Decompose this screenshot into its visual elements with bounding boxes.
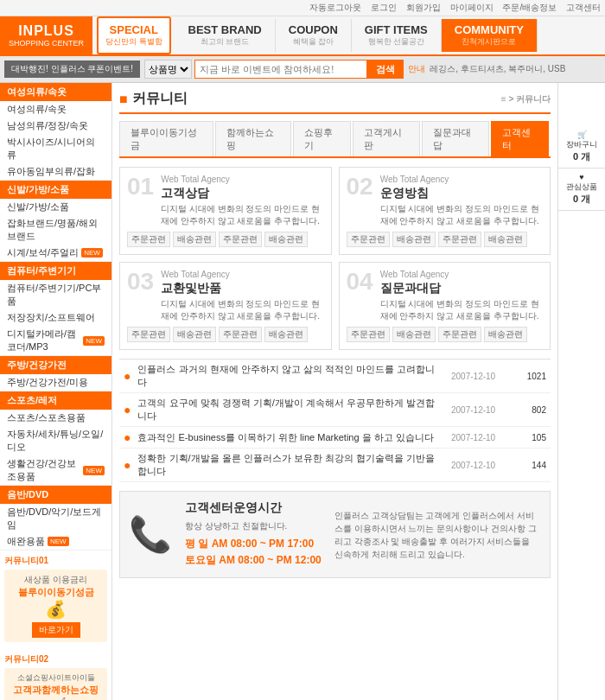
logo-sub: SHOPPING CENTER bbox=[9, 39, 84, 48]
service-link-3-0[interactable]: 주문관련 bbox=[347, 327, 390, 342]
cs-box: 📞 고객센터운영시간 항상 상냥하고 친절합니다. 평 일 AM 08:00 ~… bbox=[119, 491, 551, 578]
nav-gift[interactable]: GIFT ITEMS 행복한 선물공간 bbox=[352, 19, 442, 52]
service-link-3-2[interactable]: 주문관련 bbox=[438, 327, 481, 342]
sidebar-item-0-2[interactable]: 박시사이즈/시니어의류 bbox=[0, 134, 111, 163]
cart-count: 0 개 bbox=[561, 150, 602, 163]
sidebar-item-2-1[interactable]: 저장장치/소프트웨어 bbox=[0, 309, 111, 326]
board-title-1[interactable]: 고객의 요구에 맞춰 경쟁력 기획/개발이 계속해서 우공무한하게 발견합니다 bbox=[137, 397, 443, 423]
service-link-3-3[interactable]: 배송관련 bbox=[484, 327, 527, 342]
nav-best-brand[interactable]: BEST BRAND 최고의 브랜드 bbox=[175, 19, 276, 52]
service-link-0-0[interactable]: 주문관련 bbox=[127, 232, 170, 247]
sidebar-item-4-2[interactable]: 생활건강/건강보조용품NEW bbox=[0, 455, 111, 485]
nav-coupon-label: COUPON bbox=[289, 23, 338, 36]
tab-shopping[interactable]: 함께하는쇼핑 bbox=[215, 121, 291, 156]
sidebar-item-2-0[interactable]: 컴퓨터/주변기기/PC부품 bbox=[0, 280, 111, 309]
service-link-2-0[interactable]: 주문관련 bbox=[127, 327, 170, 342]
service-link-3-1[interactable]: 배송관련 bbox=[392, 327, 436, 342]
service-subtitle-2: Web Total Agency bbox=[161, 270, 323, 279]
tab-blueimidong[interactable]: 블루이이동기성금 bbox=[119, 121, 213, 156]
board-title-0[interactable]: 인플러스 과거의 현재에 안주하지 않고 삶의 적적인 마인드를 고려합니다 bbox=[137, 363, 443, 389]
left-sidebar: 여성의류/속옷 여성의류/속옷 남성의류/정장/속옷 박시사이즈/시니어의류 유… bbox=[0, 83, 112, 700]
sidebar-banner-1: 커뮤니티01 새상품 이용금리 블루이이동기성금 💰 바로가기 bbox=[0, 550, 111, 649]
service-link-1-3[interactable]: 배송관련 bbox=[484, 232, 527, 247]
sidebar-item-0-3[interactable]: 유아동임부의류/잡화 bbox=[0, 163, 111, 180]
nav-community[interactable]: COMMUNITY 친척게시판으로 bbox=[442, 19, 538, 52]
service-desc-0: 디지털 시대에 변화의 정도의 마인드로 현재에 안주하지 않고 새로움을 추구… bbox=[161, 203, 323, 227]
cs-link[interactable]: 고객센터 bbox=[566, 3, 601, 12]
service-link-2-1[interactable]: 배송관련 bbox=[173, 327, 216, 342]
cs-subtitle: 항상 상냥하고 친절합니다. bbox=[185, 520, 322, 532]
sidebar-item-0-1[interactable]: 남성의류/정장/속옷 bbox=[0, 118, 111, 134]
service-link-1-1[interactable]: 배송관련 bbox=[392, 232, 436, 247]
wishlist-count: 0 개 bbox=[561, 193, 602, 206]
board-row-0: ● 인플러스 과거의 현재에 안주하지 않고 삶의 적적인 마인드를 고려합니다… bbox=[119, 360, 551, 393]
sidebar-title-sports: 스포츠/레저 bbox=[0, 391, 111, 410]
service-num-3: 04 bbox=[347, 270, 373, 294]
tab-board[interactable]: 고객게시판 bbox=[353, 121, 420, 156]
nav-community-label: COMMUNITY bbox=[455, 23, 524, 36]
service-num-1: 02 bbox=[347, 175, 373, 199]
nav-community-sub: 친척게시판으로 bbox=[455, 36, 524, 48]
top-bar: 자동로그아웃 로그인 회원가입 마이페이지 주문/배송정보 고객센터 bbox=[0, 0, 605, 16]
search-button[interactable]: 검색 bbox=[367, 60, 404, 79]
sidebar-item-5-0[interactable]: 음반/DVD/악기/보드게임 bbox=[0, 504, 111, 533]
service-link-0-1[interactable]: 배송관련 bbox=[173, 232, 216, 247]
search-input[interactable] bbox=[194, 60, 367, 79]
sidebar-item-1-1[interactable]: 잡화브랜드/명품/해외브랜드 bbox=[0, 215, 111, 245]
cs-time-0: AM 08:00 ~ PM 17:00 bbox=[212, 538, 314, 550]
nav-coupon-sub: 혜택을 잡아 bbox=[289, 36, 338, 48]
service-link-2-2[interactable]: 주문관련 bbox=[219, 327, 262, 342]
cart-btn[interactable]: 🛒 장바구니 0 개 bbox=[558, 126, 605, 169]
auto-logout-link[interactable]: 자동로그아웃 bbox=[309, 3, 361, 12]
service-links-1: 주문관련 배송관련 주문관련 배송관련 bbox=[347, 232, 544, 247]
main-nav: BEST BRAND 최고의 브랜드 COUPON 혜택을 잡아 GIFT IT… bbox=[175, 16, 605, 54]
tab-faq[interactable]: 질문과대답 bbox=[422, 121, 489, 156]
sidebar-item-1-0[interactable]: 신발/가방/소품 bbox=[0, 199, 111, 215]
service-desc-2: 디지털 시대에 변화의 정도의 마인드로 현재에 안주하지 않고 새로움을 추구… bbox=[161, 298, 323, 322]
sidebar-item-0-0[interactable]: 여성의류/속옷 bbox=[0, 101, 111, 118]
bullet-icon-2: ● bbox=[124, 430, 131, 444]
service-title-3: 질문과대답 bbox=[380, 281, 543, 296]
board-title-2[interactable]: 효과적인 E-business를 이목하기 위한 line Marketing … bbox=[137, 431, 443, 444]
new-badge-4: NEW bbox=[83, 466, 105, 475]
service-link-2-3[interactable]: 배송관련 bbox=[264, 327, 308, 342]
special-badge[interactable]: SPECIAL 당신만의 특별함 bbox=[97, 16, 171, 54]
board-count-0: 1021 bbox=[520, 372, 546, 381]
sidebar-item-4-0[interactable]: 스포츠/스포츠용품 bbox=[0, 410, 111, 426]
signup-link[interactable]: 회원가입 bbox=[406, 3, 441, 12]
cs-day-1: 토요일 bbox=[185, 554, 216, 566]
sidebar-item-2-2[interactable]: 디지털카메라/캠코더/MP3NEW bbox=[0, 326, 111, 355]
nav-coupon[interactable]: COUPON 혜택을 잡아 bbox=[276, 19, 352, 52]
service-link-1-0[interactable]: 주문관련 bbox=[347, 232, 390, 247]
cs-desc: 인플러스 고객상담팀는 고객에게 인플러스에서 서비스를 이용하시면서 느끼는 … bbox=[334, 509, 541, 561]
login-link[interactable]: 로그인 bbox=[371, 3, 397, 12]
order-link[interactable]: 주문/배송정보 bbox=[502, 3, 557, 12]
sidebar-title-kitchen: 주방/건강가전 bbox=[0, 356, 111, 374]
sidebar-item-3-0[interactable]: 주방/건강가전/미용 bbox=[0, 374, 111, 391]
tab-cs[interactable]: 고객센터 bbox=[491, 121, 549, 156]
sidebar-item-4-1[interactable]: 자동차/세차/튜닝/오일/디오 bbox=[0, 426, 111, 455]
service-link-0-3[interactable]: 배송관련 bbox=[264, 232, 308, 247]
service-subtitle-1: Web Total Agency bbox=[380, 175, 543, 184]
sidebar-item-5-1[interactable]: 애완용품NEW bbox=[0, 533, 111, 550]
mypage-link[interactable]: 마이페이지 bbox=[450, 3, 494, 12]
special-label: SPECIAL bbox=[110, 23, 158, 36]
board-count-2: 105 bbox=[520, 433, 546, 442]
wishlist-btn[interactable]: ♥ 관심상품 0 개 bbox=[558, 169, 605, 211]
banner1-btn[interactable]: 바로가기 bbox=[32, 622, 80, 638]
sidebar-section-kitchen: 주방/건강가전 주방/건강가전/미용 bbox=[0, 356, 111, 391]
banner1-title: 블루이이동기성금 bbox=[9, 586, 103, 599]
board-date-2: 2007-12-10 bbox=[451, 433, 520, 442]
service-link-0-2[interactable]: 주문관련 bbox=[219, 232, 262, 247]
sidebar-item-1-2[interactable]: 시계/보석/주얼리NEW bbox=[0, 245, 111, 261]
service-link-1-2[interactable]: 주문관련 bbox=[438, 232, 481, 247]
tab-review[interactable]: 쇼핑후기 bbox=[293, 121, 351, 156]
content-area: ■ 커뮤니티 ≡ > 커뮤니다 블루이이동기성금 함께하는쇼핑 쇼핑후기 고객게… bbox=[112, 83, 557, 700]
search-help[interactable]: 안내 bbox=[408, 63, 425, 75]
logo-area[interactable]: INPLUS SHOPPING CENTER bbox=[0, 16, 92, 54]
search-category-select[interactable]: 상품명 bbox=[144, 60, 192, 79]
board-title-3[interactable]: 정확한 기획/개발을 올른 인플러스가 보유한 최강의 협기술력을 기반을 합니… bbox=[137, 452, 443, 478]
service-title-1: 운영방침 bbox=[380, 186, 543, 201]
nav-gift-sub: 행복한 선물공간 bbox=[365, 36, 428, 48]
sidebar-section-shoes: 신발/가방/소품 신발/가방/소품 잡화브랜드/명품/해외브랜드 시계/보석/주… bbox=[0, 181, 111, 262]
